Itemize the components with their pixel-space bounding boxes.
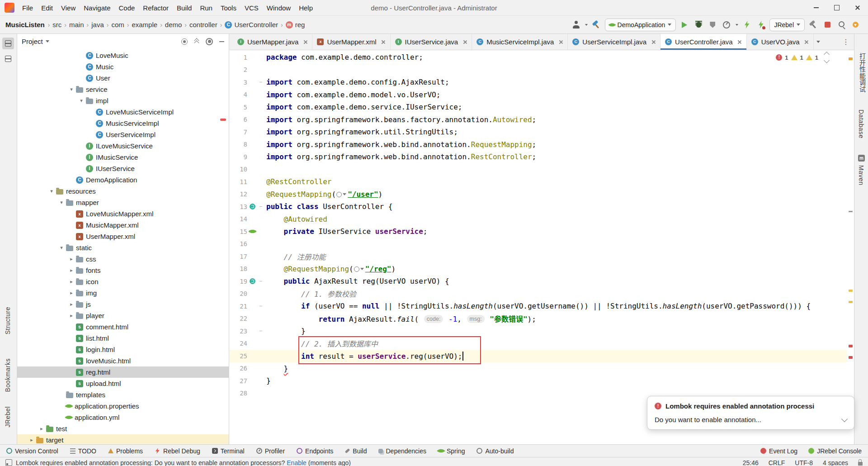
notification-body[interactable]: Do you want to enable annotation... [655,416,761,423]
tab-usermapper-java[interactable]: IUserMapper.java [233,34,312,50]
stripe-[interactable]: 打开性能调试 [858,53,867,92]
code-line[interactable]: 17 // 注册功能 [229,250,847,263]
fold-marker[interactable]: − [257,328,264,334]
editor[interactable]: 1package com.example.demo.controller;23−… [229,50,854,444]
tab-usercontroller-java[interactable]: CUserController.java [660,34,747,50]
menu-run[interactable]: Run [196,0,217,15]
stripe-jrebel[interactable]: JRebel [4,406,11,428]
menu-refactor[interactable]: Refactor [139,0,173,15]
tree-item-service[interactable]: ▾service [17,84,229,95]
next-issue-icon[interactable] [824,57,830,63]
tree-item-mapper[interactable]: ▾mapper [17,197,229,208]
menu-tools[interactable]: Tools [217,0,241,15]
tree-item-img[interactable]: ▸img [17,287,229,299]
fold-marker[interactable]: − [257,204,264,209]
tree-item-impl[interactable]: ▾impl [17,95,229,106]
code-line[interactable]: 9import org.springframework.web.bind.ann… [229,151,847,163]
update-icon[interactable] [850,19,861,30]
spring-autowired-gutter-icon[interactable] [248,228,256,236]
code-line[interactable]: 24 // 2. 插入到数据库中 [229,338,847,350]
code-line[interactable]: 26 } [229,362,847,375]
toolwindow-jrebel-console[interactable]: JRebel Console [808,447,862,455]
indent-indicator[interactable]: 4 spaces [823,459,848,466]
toolwindow-profiler[interactable]: Profiler [256,447,285,455]
tab-options-icon[interactable] [842,38,849,46]
breadcrumb-root[interactable]: MusicListen [5,21,45,29]
request-mapping-url-icon[interactable] [354,266,364,272]
tab-iuserservice-java[interactable]: IIUserService.java [391,34,472,50]
tab-close-icon[interactable] [462,40,467,44]
tree-item-musicmapper-xml[interactable]: xMusicMapper.xml [17,219,229,231]
fold-marker[interactable]: − [257,278,264,284]
enable-link[interactable]: Enable [287,459,307,466]
coverage-icon[interactable] [707,19,718,30]
tree-item-templates[interactable]: templates [17,389,229,400]
jrebel-run-icon[interactable] [741,19,752,30]
tree-collapsed-arrow-icon[interactable]: ▸ [67,256,76,262]
run-config-combo[interactable]: DemoApplication [605,19,676,31]
collab-icon[interactable] [571,19,581,30]
code-line[interactable]: 6import org.springframework.beans.factor… [229,114,847,126]
breadcrumb-main[interactable]: main [69,21,85,29]
tree-expanded-arrow-icon[interactable]: ▾ [57,245,66,251]
tab-uservo-java[interactable]: CUserVO.java [747,34,814,50]
project-view-chevron-icon[interactable] [46,40,49,43]
toolwindow-terminal[interactable]: Terminal [212,447,245,455]
tree-item-login-html[interactable]: 5login.html [17,344,229,355]
tree-expanded-arrow-icon[interactable]: ▾ [47,188,56,194]
code-line[interactable]: 2 [229,64,847,76]
tree-item-test[interactable]: ▸test [17,423,229,434]
tree-item-upload-html[interactable]: 5upload.html [17,378,229,389]
tree-item-musicserviceimpl[interactable]: CMusicServiceImpl [17,118,229,129]
tab-musicserviceimpl-java[interactable]: CMusicServiceImpl.java [472,34,568,50]
tree-expanded-arrow-icon[interactable]: ▾ [67,86,76,92]
tree-item-lovemusicmapper-xml[interactable]: xLoveMusicMapper.xml [17,208,229,219]
tree-collapsed-arrow-icon[interactable]: ▸ [37,426,46,432]
toolwindow-version-control[interactable]: Version Control [6,447,58,455]
tree-item-reg-html[interactable]: 5reg.html [17,366,229,378]
tree-collapsed-arrow-icon[interactable]: ▸ [67,313,76,319]
menu-build[interactable]: Build [173,0,196,15]
tab-close-icon[interactable] [651,40,656,44]
fold-marker[interactable]: − [257,303,264,309]
tree-collapsed-arrow-icon[interactable]: ▸ [67,290,76,296]
toolwindow-rebel-debug[interactable]: Rebel Debug [155,447,200,455]
tab-close-icon[interactable] [804,40,809,44]
hammer-icon[interactable] [808,19,819,30]
tab-close-icon[interactable] [303,40,307,44]
tree-collapsed-arrow-icon[interactable]: ▸ [67,301,76,307]
run-icon[interactable] [679,19,690,30]
breadcrumb-demo[interactable]: demo [165,21,183,29]
tree-item-fonts[interactable]: ▸fonts [17,265,229,276]
tree-item-target[interactable]: ▸target [17,434,229,444]
tree-item-lovemusic[interactable]: CLoveMusic [17,50,229,61]
menu-edit[interactable]: Edit [37,0,57,15]
toolwindow-problems[interactable]: Problems [108,447,143,455]
tree-item-imusicservice[interactable]: IIMusicService [17,152,229,163]
gear-icon[interactable] [206,38,213,45]
code-line[interactable]: 25 int result = userService.reg(userVO); [229,350,847,362]
breadcrumb-example[interactable]: example [131,21,158,29]
tab-userserviceimpl-java[interactable]: CUserServiceImpl.java [568,34,660,50]
code-line[interactable]: 10 [229,163,847,176]
tree-item-list-html[interactable]: 5list.html [17,333,229,344]
menu-navigate[interactable]: Navigate [80,0,114,15]
tree-item-userserviceimpl[interactable]: CUserServiceImpl [17,129,229,140]
tab-close-icon[interactable] [558,40,563,44]
tree-item-user[interactable]: CUser [17,72,229,84]
tree-collapsed-arrow-icon[interactable]: ▸ [67,267,76,273]
hidden-tabs-chevron-icon[interactable] [816,41,820,43]
tree-item-application-yml[interactable]: application.yml [17,412,229,423]
breadcrumb-com[interactable]: com [111,21,124,29]
spring-bean-gutter-icon[interactable] [250,278,255,284]
toolwindow-spring[interactable]: Spring [438,447,465,455]
toolwindow-auto-build[interactable]: Auto-build [476,447,514,455]
breadcrumb-java[interactable]: java [91,21,104,29]
fold-marker[interactable]: − [257,79,264,85]
toolwindow-todo[interactable]: TODO [70,447,96,455]
code-line[interactable]: 8import org.springframework.web.bind.ann… [229,138,847,151]
breadcrumb-class[interactable]: UserController [234,21,278,29]
stripe-database[interactable]: Database [858,109,865,138]
toolwindow-endpoints[interactable]: Endpoints [297,447,333,455]
tree-item-icon[interactable]: ▸icon [17,276,229,287]
